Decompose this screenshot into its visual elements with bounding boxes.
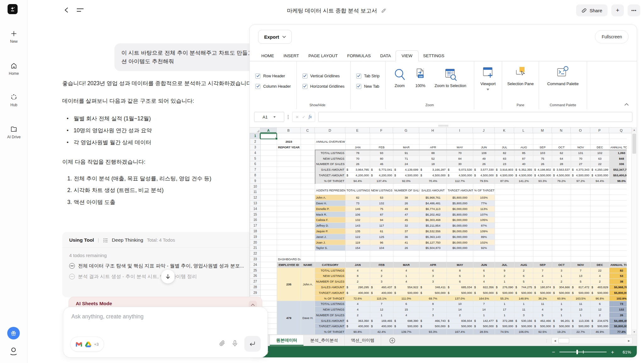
grid-cell[interactable]: 36 <box>393 234 419 239</box>
grid-cell[interactable]: 79.2% <box>552 178 571 184</box>
grid-cell[interactable]: ANNUAL TOTAL <box>609 262 627 267</box>
grid-cell[interactable] <box>571 189 591 195</box>
grid-cell[interactable]: % OF TARGET <box>315 329 346 335</box>
grid-cell[interactable] <box>261 284 277 290</box>
grid-cell[interactable] <box>495 251 514 256</box>
grid-cell[interactable]: $5,800,000 <box>609 290 627 295</box>
grid-cell[interactable] <box>495 184 514 189</box>
grid-cell[interactable]: 8 <box>419 301 447 307</box>
grid-cell[interactable]: $4,500,000 <box>473 173 495 178</box>
zoom-out-icon[interactable]: − <box>552 349 555 355</box>
grid-cell[interactable]: 93 <box>370 150 393 156</box>
grid-cell[interactable] <box>591 212 609 217</box>
grid-cell[interactable]: 9 <box>495 267 514 273</box>
grid-cell[interactable]: 46 <box>370 161 393 167</box>
grid-cell[interactable]: NUMBER OF SALES <box>315 161 346 167</box>
tool-card-header[interactable]: Using Tool | Deep Thinking Total: 4 Todo… <box>62 232 269 248</box>
grid-cell[interactable]: 2 <box>370 273 393 279</box>
grid-cell[interactable] <box>571 133 591 139</box>
grid-cell[interactable]: Dave H. <box>315 201 346 206</box>
grid-cell[interactable] <box>495 223 514 228</box>
grid-cell[interactable] <box>277 178 301 184</box>
grid-cell[interactable]: % OF TARGET <box>315 295 346 301</box>
grid-cell[interactable]: 78 <box>346 150 370 156</box>
grid-cell[interactable] <box>301 178 315 184</box>
column-header[interactable]: P <box>590 128 609 133</box>
grid-cell[interactable] <box>591 184 609 189</box>
grid-cell[interactable] <box>393 184 419 189</box>
grid-cell[interactable]: $4,500,000 <box>514 173 533 178</box>
grid-cell[interactable] <box>261 139 277 145</box>
tab-page-layout[interactable]: PAGE LAYOUT <box>304 51 342 61</box>
grid-cell[interactable] <box>315 145 346 150</box>
horizontal-scrollbar[interactable]: ⋮ ◀ ▶ <box>545 337 632 344</box>
row-header[interactable]: 3 <box>250 145 261 150</box>
grid-cell[interactable] <box>301 133 315 139</box>
grid-cell[interactable]: $554,922 <box>393 284 419 290</box>
grid-cell[interactable]: 3 <box>370 279 393 284</box>
grid-cell[interactable] <box>533 251 552 256</box>
grid-cell[interactable]: OCT <box>552 262 571 267</box>
grid-cell[interactable]: 3 <box>473 273 495 279</box>
grid-cell[interactable]: 26 <box>473 161 495 167</box>
grid-cell[interactable]: 27 <box>571 161 591 167</box>
grid-cell[interactable]: Dave H. <box>301 301 315 335</box>
grid-cell[interactable]: $96,201 <box>552 318 571 323</box>
grid-cell[interactable]: $5,800,000 <box>447 195 473 201</box>
grid-cell[interactable]: Calista F. <box>315 217 346 223</box>
grid-cell[interactable]: 88 <box>419 150 447 156</box>
grid-cell[interactable]: NAME <box>301 262 315 267</box>
grid-cell[interactable]: $6,000,000 <box>447 206 473 212</box>
grid-cell[interactable]: 11 <box>533 301 552 307</box>
grid-cell[interactable]: 53 <box>609 273 627 279</box>
grid-cell[interactable]: $5,772,041 <box>370 167 393 173</box>
grid-cell[interactable]: 36.2% <box>533 295 552 301</box>
grid-cell[interactable] <box>473 184 495 189</box>
grid-cell[interactable] <box>346 256 370 262</box>
column-header[interactable]: N <box>552 128 571 133</box>
grid-cell[interactable]: $348,411 <box>419 284 447 290</box>
grid-cell[interactable]: $4,500,000 <box>552 173 571 178</box>
formula-input[interactable] <box>318 112 632 122</box>
grid-cell[interactable] <box>571 234 591 239</box>
conversation-menu-button[interactable] <box>76 8 84 14</box>
grid-cell[interactable] <box>277 201 301 206</box>
resize-handle[interactable] <box>439 125 448 127</box>
column-header[interactable]: K <box>495 128 514 133</box>
grid-cell[interactable]: ANNUAL TOTAL <box>609 145 627 150</box>
grid-cell[interactable]: 28.5% <box>473 329 495 335</box>
grid-cell[interactable]: 7 <box>473 301 495 307</box>
grid-cell[interactable] <box>533 217 552 223</box>
grid-cell[interactable] <box>495 212 514 217</box>
grid-cell[interactable] <box>277 206 301 212</box>
grid-cell[interactable]: 4 <box>370 267 393 273</box>
grid-cell[interactable] <box>447 139 473 145</box>
grid-cell[interactable] <box>514 234 533 239</box>
grid-cell[interactable]: 137.0% <box>447 295 473 301</box>
horizontal-gridlines-checkbox[interactable]: Horizontal Gridlines <box>303 84 345 89</box>
grid-cell[interactable] <box>609 189 627 195</box>
grid-cell[interactable]: 49 <box>393 206 419 212</box>
grid-cell[interactable]: 108 <box>473 150 495 156</box>
scroll-left-icon[interactable]: ◀ <box>552 338 558 344</box>
grid-cell[interactable]: 87.0% <box>495 178 514 184</box>
grid-cell[interactable] <box>277 189 301 195</box>
viewport-button[interactable]: Viewport <box>474 61 502 91</box>
grid-cell[interactable]: 77.4% <box>609 329 627 335</box>
row-header[interactable]: 21 <box>250 245 261 251</box>
grid-cell[interactable] <box>514 251 533 256</box>
vertical-scroll-thumb[interactable] <box>632 134 636 154</box>
grid-cell[interactable]: % OF TARGET <box>473 189 495 195</box>
grid-cell[interactable]: AUG <box>514 145 533 150</box>
column-header[interactable]: E <box>345 128 370 133</box>
scroll-right-icon[interactable]: ▶ <box>626 338 632 344</box>
grid-cell[interactable] <box>495 195 514 201</box>
grid-cell[interactable]: 4 <box>346 267 370 273</box>
grid-cell[interactable] <box>315 251 346 256</box>
grid-cell[interactable]: $500,000 <box>533 323 552 329</box>
grid-cell[interactable] <box>277 239 301 245</box>
grid-cell[interactable]: $4,373,343 <box>571 167 591 173</box>
grid-cell[interactable]: 38 <box>393 195 419 201</box>
grid-cell[interactable] <box>315 133 346 139</box>
grid-cell[interactable]: $4,500,000 <box>393 173 419 178</box>
